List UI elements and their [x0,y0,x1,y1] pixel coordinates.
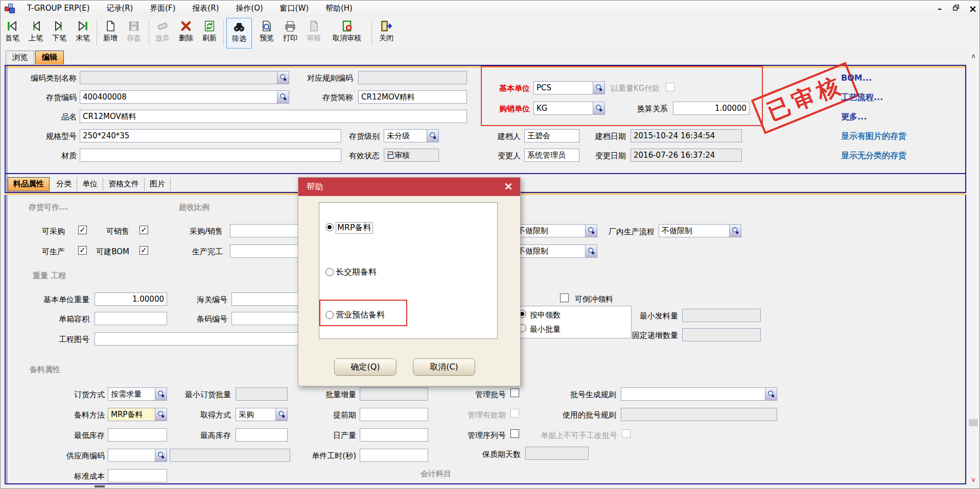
modifier-label: 变更人 [487,151,521,161]
minimize-button[interactable]: – [934,4,946,14]
save-icon [127,19,141,33]
restriction-2-field[interactable]: 不做限制 [515,244,597,258]
lookup-icon[interactable] [155,408,167,421]
add-button[interactable]: 新增 [99,18,122,48]
link-show-unclassified[interactable]: 显示无分类的存货 [841,151,906,161]
material-field[interactable] [80,149,341,162]
order-mode-field[interactable]: 按需求量 [108,387,167,401]
audit-button: 审核 [302,18,325,48]
unit-time-field[interactable] [360,449,428,462]
conv-field[interactable]: 1.00000 [673,102,750,115]
dialog-cancel-button[interactable]: 取消(C) [413,358,475,376]
scroll-down-icon[interactable]: ∨ [968,474,978,485]
tab-browse[interactable]: 浏览 [6,51,34,64]
batch-rule-field[interactable] [621,387,777,401]
dialog-radio-mrp[interactable] [325,223,334,231]
lookup-icon[interactable] [729,225,741,237]
std-cost-field[interactable] [108,469,167,482]
link-more[interactable]: 更多... [841,112,867,123]
lead-time-field[interactable] [360,408,428,421]
lookup-icon[interactable] [427,130,438,142]
min-stock-field[interactable] [108,428,167,442]
dialog-option-label[interactable]: 长交期备料 [336,267,377,278]
restriction-1-field[interactable]: 不做限制 [515,224,597,237]
link-bom[interactable]: BOM... [841,73,872,83]
spec-field[interactable]: 250*240*35 [80,129,341,142]
lookup-icon[interactable] [155,449,167,461]
menu-item-window[interactable]: 窗口(W) [273,1,316,16]
max-stock-field[interactable] [236,428,288,442]
close-button[interactable]: 关闭 [375,18,398,48]
base-unit-field[interactable]: PCS [533,81,605,94]
inv-code-field[interactable]: 400400008 [80,90,289,104]
cancel-audit-button[interactable]: 取消审核 [325,18,368,48]
subtab-image[interactable]: 图片 [145,178,171,191]
first-record-button[interactable]: 首笔 [1,18,24,48]
batch-increment-label: 批量增量 [317,389,356,400]
menu-item-report[interactable]: 报表(R) [185,1,226,16]
daily-output-field[interactable] [360,428,428,442]
menu-item-operate[interactable]: 操作(O) [228,1,270,16]
dialog-option-label[interactable]: MRP备料 [336,222,373,234]
print-button[interactable]: 打印 [278,18,302,48]
lookup-icon[interactable] [593,82,604,94]
delete-button[interactable]: 删除 [174,18,198,48]
inv-abbr-field[interactable]: CR12MOV精料 [358,90,467,104]
menu-item-view[interactable]: 界面(F) [143,1,182,16]
filter-button[interactable]: 筛选 [226,18,252,48]
lookup-icon[interactable] [765,388,777,400]
nav-first-icon [6,19,19,33]
backflush-checkbox[interactable] [560,294,569,302]
trade-unit-field[interactable]: KG [533,102,605,115]
conv-label: 换算关系 [633,104,668,114]
restore-button[interactable] [950,4,962,14]
supplier-code-field[interactable] [108,449,167,462]
modifier-field: 系统管理员 [524,149,579,162]
lookup-icon[interactable] [585,245,597,257]
rule-code-field [358,71,467,84]
lookup-icon[interactable] [277,91,289,103]
factory-flow-field[interactable]: 不做限制 [659,224,741,237]
menu-item-app[interactable]: T-GROUP ERP(E) [20,1,97,15]
can-purchase-checkbox[interactable] [78,226,87,234]
refresh-button[interactable]: 刷新 [198,18,221,48]
dialog-radio-longlead[interactable] [325,268,334,276]
base-weight-field[interactable]: 1.00000 [95,292,167,306]
dialog-close-icon[interactable]: × [502,180,515,193]
preview-button[interactable]: 预览 [255,18,278,48]
prep-method-field[interactable]: MRP备料 [108,408,167,421]
lookup-icon[interactable] [585,225,597,237]
can-produce-checkbox[interactable] [78,246,87,255]
manage-batch-checkbox[interactable] [510,388,519,397]
subtab-category[interactable]: 分类 [51,178,77,191]
lookup-icon[interactable] [277,71,289,84]
last-record-button[interactable]: 末笔 [71,18,95,48]
dialog-ok-button[interactable]: 确定(Q) [334,358,396,376]
menu-item-help[interactable]: 帮助(H) [318,1,360,16]
scrollbar-thumb[interactable] [969,419,978,426]
acquire-mode-field[interactable]: 采购 [236,408,288,421]
subtab-item-attrs[interactable]: 料品属性 [8,177,50,191]
subtab-unit[interactable]: 单位 [77,178,103,191]
close-window-button[interactable]: × [967,4,979,14]
box-volume-field[interactable] [95,312,167,325]
link-show-with-image[interactable]: 显示有图片的存货 [841,131,906,142]
next-record-button[interactable]: 下笔 [48,18,71,48]
manage-serial-checkbox[interactable] [510,429,519,438]
menu-item-record[interactable]: 记录(R) [99,1,140,16]
over-production-label: 生产完工 [177,247,223,257]
lookup-icon[interactable] [275,408,287,421]
lookup-icon[interactable] [593,102,604,114]
min-issue-label: 最小发料量 [634,311,678,321]
link-process-flow[interactable]: 工艺流程... [841,92,883,103]
prev-record-button[interactable]: 上笔 [24,18,48,48]
vertical-scrollbar[interactable]: ∧ ∨ [968,51,978,485]
lookup-icon[interactable] [155,388,167,400]
subtab-qualification[interactable]: 资格文件 [103,178,145,191]
can-bom-checkbox[interactable] [139,246,148,255]
tab-edit[interactable]: 编辑 [35,51,64,64]
scroll-up-icon[interactable]: ∧ [968,51,978,62]
can-sale-checkbox[interactable] [139,226,148,234]
inv-level-field[interactable]: 未分级 [384,129,439,142]
prod-name-field[interactable]: CR12MOV精料 [80,110,467,123]
